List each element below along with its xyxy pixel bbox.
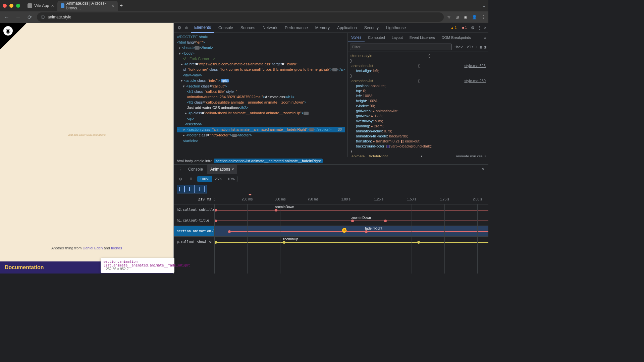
tab-close-icon[interactable]: ×	[231, 167, 234, 172]
dom-breadcrumbs[interactable]: html body article.intro section.animatio…	[174, 157, 488, 164]
track-label[interactable]: h1.callout-title	[174, 215, 214, 226]
settings-icon[interactable]: ⚙	[471, 25, 475, 30]
extensions-icon[interactable]: ⊞	[455, 15, 459, 19]
animation-group-thumb[interactable]	[177, 185, 207, 193]
address-bar: ← → ⟳ ⓘ animate.style ☆ ⊞ ▣ 👤 ⋮	[0, 11, 488, 23]
hov-toggle[interactable]: :hov	[454, 45, 463, 49]
dom-doctype: <!DOCTYPE html>	[177, 35, 208, 39]
site-info-icon[interactable]: ⓘ	[41, 14, 45, 20]
elements-tree[interactable]: <!DOCTYPE html> <html lang="en"> ▸<head>…	[174, 33, 347, 157]
styles-panel: Styles Computed Layout Event Listeners D…	[347, 33, 488, 157]
devtools-tabs: ⯐ ⫙ Elements Console Sources Network Per…	[174, 23, 488, 33]
track-label[interactable]: p.callout-showList.	[174, 236, 214, 247]
footer-prefix: Another thing from	[51, 246, 83, 250]
profile-icon[interactable]: 👤	[472, 15, 477, 19]
tooltip-dimensions: 252.56 × 952.2	[106, 267, 128, 271]
tab-application[interactable]: Application	[334, 23, 360, 33]
styles-tab-computed[interactable]: Computed	[365, 33, 388, 42]
clear-animations-icon[interactable]: ⊘	[177, 175, 184, 183]
selected-dom-node[interactable]: ⋯ ▸<section class="animation-list animat…	[177, 127, 345, 132]
drawer-tabs: ⋮ Console Animations × ×	[174, 165, 488, 174]
crumb-section[interactable]: section.animation-list.animate__animated…	[214, 159, 323, 163]
flex-icon[interactable]: ▦	[480, 45, 482, 49]
window-controls[interactable]	[3, 4, 20, 8]
animation-track[interactable]: zoomInDown	[214, 204, 488, 215]
track-label[interactable]: section.animation-l	[174, 226, 214, 236]
drawer-tab-animations[interactable]: Animations ×	[207, 165, 237, 174]
new-tab-button[interactable]: +	[120, 3, 123, 9]
device-toggle-icon[interactable]: ⫙	[183, 25, 190, 30]
documentation-label: Documentation	[5, 264, 44, 270]
element-tooltip: section.animation-list.animate__animated…	[101, 258, 174, 273]
playhead[interactable]	[250, 194, 250, 274]
tab-close-icon[interactable]: ×	[51, 3, 54, 8]
footer-friends-link[interactable]: friends	[111, 246, 122, 250]
tab-elements[interactable]: Elements	[191, 23, 214, 33]
close-devtools-icon[interactable]: ×	[484, 25, 486, 30]
crumb-html[interactable]: html	[177, 159, 184, 163]
back-button[interactable]: ←	[3, 13, 11, 21]
tab-lighthouse[interactable]: Lighthouse	[383, 23, 409, 33]
new-rule-icon[interactable]: +	[476, 45, 478, 49]
animation-track[interactable]: zoomInDown	[214, 215, 488, 226]
animation-track[interactable]: zoomInUp	[214, 236, 488, 247]
warning-badge[interactable]: ▲ 1	[449, 25, 458, 30]
track-label[interactable]: h2.callout-subtitle	[174, 204, 214, 215]
page-preview: ◉ Just-add-water CSS animations Another …	[0, 23, 174, 274]
url-input[interactable]: ⓘ animate.style	[37, 12, 444, 22]
tab-security[interactable]: Security	[361, 23, 382, 33]
browser-tab-animate[interactable]: Animate.css | A cross-brows… ×	[57, 1, 118, 11]
tab-network[interactable]: Network	[259, 23, 281, 33]
styles-rules[interactable]: element.style {}.animation-list {style.c…	[348, 52, 488, 157]
favicon-icon	[61, 3, 64, 8]
tab-console[interactable]: Console	[215, 23, 236, 33]
drawer-close-icon[interactable]: ×	[480, 167, 486, 172]
animation-track[interactable]: fadeInRight	[214, 226, 488, 236]
drawer-tab-label: Animations	[210, 167, 230, 172]
speed-10[interactable]: 10%	[225, 176, 237, 182]
drawer: ⋮ Console Animations × × ⊘ ⏸ 100% 25% 10…	[174, 164, 488, 274]
cls-toggle[interactable]: .cls	[465, 45, 474, 49]
speed-100[interactable]: 100%	[197, 176, 212, 182]
github-corner[interactable]	[0, 23, 27, 50]
tab-sources[interactable]: Sources	[237, 23, 259, 33]
tab-bar: Vite App × Animate.css | A cross-brows… …	[0, 0, 488, 11]
inspect-icon[interactable]: ⯐	[176, 25, 183, 30]
styles-tab-styles[interactable]: Styles	[348, 33, 365, 42]
menu-icon[interactable]: ⋮	[482, 15, 486, 19]
styles-tab-dombp[interactable]: DOM Breakpoints	[438, 33, 474, 42]
bookmark-icon[interactable]: ☆	[447, 15, 451, 19]
speed-25[interactable]: 25%	[212, 176, 225, 182]
panel-toggle-icon[interactable]: ◨	[484, 45, 486, 49]
pause-animations-icon[interactable]: ⏸	[187, 175, 194, 183]
styles-tabs-more-icon[interactable]: »	[482, 35, 488, 40]
animation-groups-strip[interactable]	[174, 184, 488, 194]
more-icon[interactable]: ⋮	[477, 25, 481, 30]
crumb-body[interactable]: body	[185, 159, 193, 163]
close-window-icon[interactable]	[3, 4, 7, 8]
maximize-window-icon[interactable]	[16, 4, 20, 8]
issue-badge[interactable]: ■ 1	[461, 25, 468, 30]
browser-tab-vite[interactable]: Vite App ×	[24, 1, 57, 11]
timeline-ruler[interactable]: 0250 ms500 ms750 ms1.00 s1.25 s1.50 s1.7…	[214, 194, 488, 204]
panel-icon[interactable]: ▣	[464, 15, 467, 19]
tab-overflow-icon[interactable]: ⌄	[482, 3, 486, 8]
browser-chrome: Vite App × Animate.css | A cross-brows… …	[0, 0, 488, 23]
reload-button[interactable]: ⟳	[25, 13, 34, 21]
crumb-article[interactable]: article.intro	[195, 159, 213, 163]
tab-memory[interactable]: Memory	[312, 23, 333, 33]
url-text: animate.style	[48, 15, 71, 19]
minimize-window-icon[interactable]	[9, 4, 13, 8]
styles-tab-listeners[interactable]: Event Listeners	[406, 33, 438, 42]
drawer-menu-icon[interactable]: ⋮	[176, 167, 184, 172]
footer-author-link[interactable]: Daniel Eden	[83, 246, 103, 250]
styles-tab-layout[interactable]: Layout	[388, 33, 406, 42]
speed-selector[interactable]: 100% 25% 10%	[197, 176, 238, 182]
tab-performance[interactable]: Performance	[281, 23, 311, 33]
animation-timeline[interactable]: ▶ 0250 ms500 ms750 ms1.00 s1.25 s1.50 s1…	[214, 194, 488, 274]
styles-filter-input[interactable]	[350, 44, 452, 50]
github-icon[interactable]: ◉	[3, 26, 13, 36]
drawer-tab-console[interactable]: Console	[185, 165, 206, 174]
tab-close-icon[interactable]: ×	[111, 3, 114, 8]
forward-button[interactable]: →	[14, 13, 22, 21]
